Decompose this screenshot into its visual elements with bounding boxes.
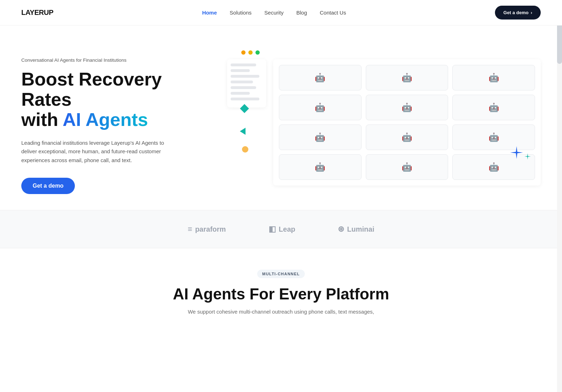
mock-line-2 — [231, 69, 250, 72]
bot-icon-2: 🤖 — [402, 73, 412, 83]
mock-line-5 — [231, 86, 256, 89]
bottom-title: AI Agents For Every Platform — [21, 285, 541, 303]
hero-highlight: AI Agents — [63, 109, 148, 130]
hero-eyebrow: Conversational AI Agents for Financial I… — [21, 57, 206, 63]
bot-icon-9: 🤖 — [489, 132, 499, 142]
logos-strip: ≡ paraform ◧ Leap ⊛ Luminai — [0, 210, 562, 248]
bot-icon-3: 🤖 — [489, 73, 499, 83]
leap-icon: ◧ — [269, 225, 276, 234]
hero-section: Conversational AI Agents for Financial I… — [0, 26, 562, 210]
nav-link-security[interactable]: Security — [264, 10, 283, 16]
mock-line-6 — [231, 92, 250, 95]
paraform-label: paraform — [195, 225, 226, 233]
nav-link-blog[interactable]: Blog — [296, 10, 307, 16]
nav-link-home[interactable]: Home — [202, 10, 217, 16]
navbar: LAYERUP Home Solutions Security Blog Con… — [0, 0, 562, 26]
bot-cell-11: 🤖 — [366, 154, 448, 180]
bot-icon-6: 🤖 — [489, 103, 499, 112]
deco-arrow-icon — [240, 128, 246, 135]
mock-line-1 — [231, 64, 256, 66]
bot-icon-7: 🤖 — [315, 132, 325, 142]
bot-icon-10: 🤖 — [315, 162, 325, 172]
deco-circle-icon — [242, 146, 248, 153]
dot-orange — [241, 50, 246, 55]
dot-green — [255, 50, 260, 55]
scrollbar-track[interactable] — [557, 0, 562, 329]
bot-cell-8: 🤖 — [366, 125, 448, 150]
logo-luminai: ⊛ Luminai — [338, 225, 374, 234]
bot-icon-1: 🤖 — [315, 73, 325, 83]
nav-link-solutions[interactable]: Solutions — [230, 10, 252, 16]
logo-leap: ◧ Leap — [269, 225, 296, 234]
bot-cell-2: 🤖 — [366, 65, 448, 90]
bot-cell-4: 🤖 — [279, 95, 362, 120]
paraform-icon: ≡ — [188, 225, 192, 234]
dot-yellow — [248, 50, 253, 55]
bot-cell-3: 🤖 — [452, 65, 535, 90]
bot-icon-4: 🤖 — [315, 103, 325, 112]
bot-cell-6: 🤖 — [452, 95, 535, 120]
bot-icon-5: 🤖 — [402, 103, 412, 112]
bottom-tag: MULTI-CHANNEL — [257, 270, 305, 278]
mock-line-3 — [231, 75, 259, 78]
bot-cell-7: 🤖 — [279, 125, 362, 150]
sparkle-small-icon — [524, 153, 531, 161]
bot-cell-5: 🤖 — [366, 95, 448, 120]
bot-icon-12: 🤖 — [489, 162, 499, 172]
hero-description: Leading financial institutions leverage … — [21, 139, 177, 165]
bot-icon-8: 🤖 — [402, 132, 412, 142]
nav-links: Home Solutions Security Blog Contact Us — [202, 10, 346, 16]
logo-paraform: ≡ paraform — [188, 225, 226, 234]
nav-link-contact[interactable]: Contact Us — [320, 10, 346, 16]
bot-grid: 🤖 🤖 🤖 🤖 🤖 🤖 — [279, 65, 535, 180]
window-dots — [241, 50, 260, 55]
brand-logo[interactable]: LAYERUP — [21, 9, 53, 17]
luminai-icon: ⊛ — [338, 225, 344, 234]
mock-sidebar — [227, 59, 266, 107]
bot-cell-10: 🤖 — [279, 154, 362, 180]
leap-label: Leap — [279, 225, 296, 233]
sparkle-large-icon — [510, 146, 523, 160]
hero-mockup: 🤖 🤖 🤖 🤖 🤖 🤖 — [220, 47, 541, 182]
mock-line-7 — [231, 98, 259, 100]
luminai-label: Luminai — [347, 225, 374, 233]
hero-content: Conversational AI Agents for Financial I… — [21, 47, 206, 194]
nav-cta-button[interactable]: Get a demo › — [495, 6, 541, 20]
bottom-section: MULTI-CHANNEL AI Agents For Every Platfo… — [0, 248, 562, 329]
bot-icon-11: 🤖 — [402, 162, 412, 172]
hero-cta-button[interactable]: Get a demo — [21, 178, 75, 194]
bot-cell-1: 🤖 — [279, 65, 362, 90]
mock-grid: 🤖 🤖 🤖 🤖 🤖 🤖 — [273, 59, 541, 186]
hero-title: Boost Recovery Rates with AI Agents — [21, 69, 206, 130]
mock-line-4 — [231, 81, 253, 83]
bottom-description: We support cohesive multi-channel outrea… — [175, 309, 387, 315]
